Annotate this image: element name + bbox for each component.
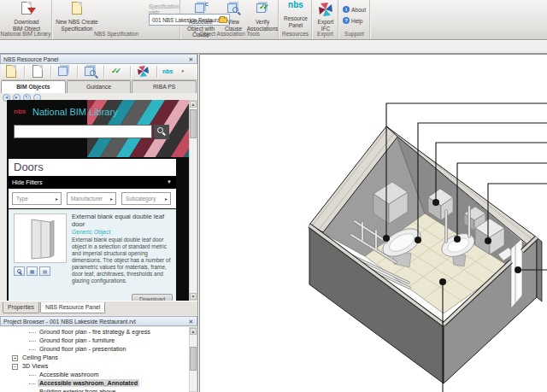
- project-browser: Project Browser - 001 NBS Lakeside Resta…: [0, 316, 197, 326]
- door-result-card[interactable]: ▦ ▤ External blank equal double leaf doo…: [9, 209, 176, 301]
- export-ifc-icon: [318, 2, 333, 17]
- nbs-resource-panel: NBS Resource Panel ✕ ✓✓ nbs▾ BIM Objects…: [0, 54, 198, 392]
- nbs-logo-icon: nbs: [288, 2, 303, 14]
- door-card-description: External blank equal double leaf door ob…: [72, 237, 174, 284]
- tree-scrollbar[interactable]: ▲: [189, 327, 197, 392]
- zoom-preview-button[interactable]: [14, 266, 25, 276]
- expand-icon[interactable]: +: [12, 355, 18, 361]
- filter-manufacturer-dropdown[interactable]: Manufacturer ▸: [67, 192, 116, 205]
- scrollbar-thumb[interactable]: [190, 347, 197, 371]
- tree-item-fire-strategy[interactable]: Ground floor plan - fire strategy & egre…: [29, 328, 152, 336]
- project-browser-tree: Ground floor plan - fire strategy & egre…: [0, 327, 197, 392]
- associate-cube-icon[interactable]: [54, 65, 74, 79]
- drawing-viewport[interactable]: [199, 54, 547, 392]
- resource-panel-button[interactable]: nbs Resource Panel: [280, 1, 311, 28]
- resource-panel-title: NBS Resource Panel: [3, 56, 58, 62]
- tab-nbs-resource-panel[interactable]: NBS Resource Panel: [40, 302, 105, 313]
- tab-guidance[interactable]: Guidance: [67, 80, 132, 93]
- project-browser-titlebar[interactable]: Project Browser - 001 NBS Lakeside Resta…: [0, 316, 197, 326]
- filter-subcategory-label: Subcategory: [126, 196, 156, 202]
- ribbon: Download BIM Object National BIM Library…: [0, 0, 547, 40]
- search-input[interactable]: [14, 125, 152, 138]
- tab-properties[interactable]: Properties: [3, 302, 39, 313]
- tab-riba-ps[interactable]: RIBA PS: [132, 80, 197, 93]
- filter-manufacturer-label: Manufacturer: [71, 196, 103, 202]
- arrow-right-icon: ▸: [110, 193, 113, 205]
- image-view-button[interactable]: ▦: [26, 266, 38, 276]
- bim-library-webview: nbs National BIM Library Doors Hide Filt…: [7, 100, 190, 301]
- ribbon-group-object-association: C Associate Object with Clause View Clau…: [181, 0, 279, 39]
- close-icon[interactable]: ✕: [187, 318, 195, 325]
- associate-object-icon: C: [193, 2, 209, 17]
- tree-item-3d-views[interactable]: −3D Views: [12, 362, 50, 371]
- national-bim-library-banner: nbs National BIM Library: [7, 100, 190, 157]
- tree-item-presentation[interactable]: Ground floor plan - presentation: [29, 345, 128, 354]
- tree-item-accessible-washroom[interactable]: Accessible washroom: [29, 371, 101, 379]
- door-card-type[interactable]: Generic Object: [72, 229, 110, 235]
- download-bim-object-icon: [19, 2, 34, 17]
- view-clause-cube-icon[interactable]: [80, 65, 101, 79]
- help-button[interactable]: ? Help: [343, 17, 362, 24]
- about-label: About: [351, 7, 366, 13]
- banner-title: National BIM Library: [32, 107, 118, 117]
- download-bim-object-button[interactable]: Download BIM Object: [10, 1, 43, 32]
- group-label-support: Support: [339, 30, 369, 38]
- filter-type-dropdown[interactable]: Type ▸: [12, 192, 62, 205]
- search-button[interactable]: [154, 125, 169, 139]
- group-label-object-association: Object Association Tools: [181, 30, 278, 38]
- export-pinwheel-icon[interactable]: [133, 65, 154, 79]
- filter-subcategory-dropdown[interactable]: Subcategory ▸: [121, 192, 171, 205]
- verify-associations-button[interactable]: ✓✓ Verify Associations: [247, 1, 278, 32]
- tree-item-furniture[interactable]: Ground floor plan - furniture: [29, 336, 116, 345]
- collapse-icon[interactable]: −: [12, 364, 18, 370]
- group-label-national-bim-library: National BIM Library: [0, 30, 51, 38]
- ribbon-group-national-bim-library: Download BIM Object National BIM Library: [0, 0, 52, 39]
- verify-check-icon[interactable]: ✓✓: [107, 65, 127, 79]
- verify-associations-icon: ✓✓: [255, 2, 270, 17]
- export-ifc-button[interactable]: Export IFC: [314, 1, 338, 32]
- new-nbs-create-specification-button[interactable]: New NBS Create Specification: [56, 1, 98, 32]
- ribbon-group-export: Export IFC Export: [313, 0, 338, 39]
- view-clause-icon: [226, 2, 241, 17]
- scroll-down-icon[interactable]: ▼: [190, 293, 197, 300]
- panel-bottom-tabs: Properties NBS Resource Panel: [0, 301, 197, 315]
- panel-tabs: BIM Objects Guidance RIBA PS: [1, 80, 197, 93]
- group-label-nbs-specification: NBS Specification: [53, 30, 179, 38]
- tree-item-accessible-washroom-annotated[interactable]: Accessible washroom_Annotated: [29, 379, 139, 388]
- new-document-icon[interactable]: [1, 65, 21, 79]
- search-icon: [157, 127, 163, 133]
- door-thumbnail[interactable]: [14, 214, 67, 263]
- scroll-up-icon[interactable]: ▲: [190, 101, 197, 108]
- chevron-down-icon: ▾: [181, 68, 184, 73]
- resource-panel-titlebar[interactable]: NBS Resource Panel ✕: [0, 54, 197, 64]
- arrow-right-icon: ▸: [165, 193, 168, 205]
- chevron-down-icon: ▼: [167, 177, 172, 188]
- help-label: Help: [351, 18, 362, 24]
- tree-item-ceiling-plans[interactable]: +Ceiling Plans: [12, 354, 60, 362]
- filter-type-label: Type: [16, 196, 28, 202]
- tree-item-building-exterior[interactable]: Building exterior from above: [29, 388, 118, 392]
- datasheet-button[interactable]: ▤: [39, 266, 50, 276]
- hide-filters-toggle[interactable]: Hide Filters ▼: [9, 177, 176, 188]
- filters-row: Type ▸ Manufacturer ▸ Subcategory ▸: [9, 189, 176, 208]
- arrow-right-icon: ▸: [56, 193, 58, 205]
- view-clause-button[interactable]: View Clause: [221, 1, 246, 32]
- webview-scrollbar[interactable]: ▲ ▼: [189, 100, 197, 301]
- nbs-banner-logo: nbs: [14, 108, 26, 115]
- scrollbar-thumb[interactable]: [190, 109, 197, 138]
- doors-heading: Doors: [14, 159, 44, 176]
- tab-bim-objects[interactable]: BIM Objects: [1, 80, 66, 93]
- close-icon[interactable]: ✕: [187, 56, 195, 63]
- ribbon-group-support: i About ? Help Support: [339, 0, 370, 39]
- about-button[interactable]: i About: [343, 6, 366, 13]
- nbs-menu-button[interactable]: nbs▾: [160, 65, 185, 79]
- document-icon[interactable]: [27, 65, 48, 79]
- options-bar: [0, 41, 547, 54]
- ribbon-group-resources: nbs Resource Panel Resources: [279, 0, 312, 39]
- doors-section-header: Doors: [9, 159, 176, 176]
- resource-panel-label: Resource Panel: [280, 15, 311, 28]
- download-button[interactable]: Download: [132, 294, 173, 301]
- scroll-up-icon[interactable]: ▲: [190, 328, 197, 335]
- panel-toolbar: ✓✓ nbs▾: [1, 64, 197, 80]
- hide-filters-label: Hide Filters: [12, 179, 42, 185]
